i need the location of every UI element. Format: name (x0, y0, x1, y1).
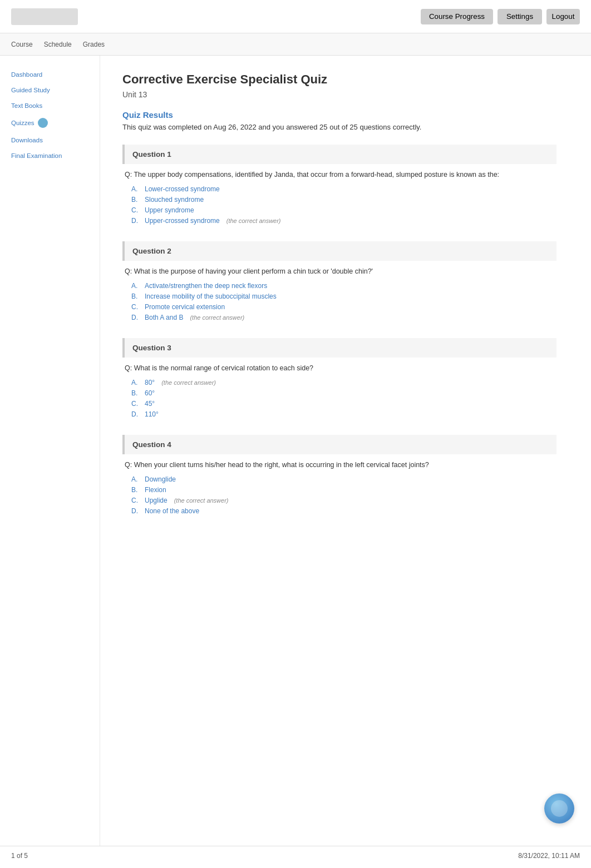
answer-text: Upper syndrome (145, 206, 194, 214)
questions-container: Question 1Q: The upper body compensation… (122, 145, 556, 515)
answer-item-1-4: D.Upper-crossed syndrome(the correct ans… (131, 217, 556, 225)
quiz-title: Corrective Exercise Specialist Quiz (122, 72, 556, 87)
correct-tag: (the correct answer) (226, 217, 281, 224)
answer-text: Downglide (145, 475, 176, 483)
timestamp: 8/31/2022, 10:11 AM (518, 852, 580, 860)
answer-text: None of the above (145, 507, 199, 515)
answer-label: B. (131, 486, 141, 494)
sidebar-item-guided-study[interactable]: Guided Study (0, 82, 100, 98)
sidebar-label-quizzes: Quizzes (11, 120, 35, 126)
answer-item-4-3: C.Upglide(the correct answer) (131, 497, 556, 504)
answer-text: 60° (145, 389, 155, 397)
answer-item-3-1: A.80°(the correct answer) (131, 379, 556, 386)
answer-text: 110° (145, 410, 159, 418)
question-block-2: Question 2Q: What is the purpose of havi… (122, 241, 556, 321)
answer-label: A. (131, 282, 141, 290)
answer-text: Both A and B (145, 314, 183, 321)
question-block-3: Question 3Q: What is the normal range of… (122, 338, 556, 418)
quizzes-dot (38, 118, 48, 128)
answer-label: A. (131, 475, 141, 483)
answer-list-4: A.DownglideB.FlexionC.Upglide(the correc… (122, 475, 556, 515)
sidebar-label-text-books: Text Books (11, 102, 42, 109)
answer-text: Promote cervical extension (145, 303, 225, 311)
answer-item-3-2: B.60° (131, 389, 556, 397)
answer-text: 45° (145, 400, 155, 408)
sidebar-label-downloads: Downloads (11, 137, 43, 143)
answer-item-1-2: B.Slouched syndrome (131, 196, 556, 204)
answer-text: Lower-crossed syndrome (145, 185, 220, 193)
correct-tag: (the correct answer) (190, 314, 244, 321)
answer-item-3-3: C.45° (131, 400, 556, 408)
answer-list-3: A.80°(the correct answer)B.60°C.45°D.110… (122, 379, 556, 418)
settings-button[interactable]: Settings (498, 9, 542, 24)
answer-text: Upglide (145, 497, 168, 504)
answer-text: 80° (145, 379, 155, 386)
correct-tag: (the correct answer) (161, 379, 216, 386)
answer-text: Increase mobility of the suboccipital mu… (145, 292, 277, 300)
question-header-4: Question 4 (122, 435, 556, 454)
logo (11, 8, 78, 25)
answer-label: C. (131, 400, 141, 408)
logout-button[interactable]: Logout (546, 9, 580, 24)
quiz-unit: Unit 13 (122, 90, 556, 99)
sidebar-item-text-books[interactable]: Text Books (0, 98, 100, 113)
subnav-item-schedule[interactable]: Schedule (44, 41, 72, 48)
answer-label: D. (131, 410, 141, 418)
answer-item-2-3: C.Promote cervical extension (131, 303, 556, 311)
page-footer: 1 of 5 8/31/2022, 10:11 AM (0, 846, 591, 865)
top-bar: Course Progress Settings Logout (0, 0, 591, 33)
answer-label: C. (131, 497, 141, 504)
answer-label: C. (131, 303, 141, 311)
question-text-2: Q: What is the purpose of having your cl… (122, 267, 556, 275)
answer-item-2-4: D.Both A and B(the correct answer) (131, 314, 556, 321)
answer-label: B. (131, 292, 141, 300)
answer-item-1-3: C.Upper syndrome (131, 206, 556, 214)
answer-item-3-4: D.110° (131, 410, 556, 418)
sidebar-item-final-examination[interactable]: Final Examination (0, 148, 100, 163)
sidebar-item-downloads[interactable]: Downloads (0, 132, 100, 148)
question-block-4: Question 4Q: When your client turns his/… (122, 435, 556, 515)
answer-item-4-4: D.None of the above (131, 507, 556, 515)
sidebar-item-dashboard[interactable]: Dashboard (0, 67, 100, 82)
sidebar-label-dashboard: Dashboard (11, 71, 42, 78)
question-header-2: Question 2 (122, 241, 556, 261)
correct-tag: (the correct answer) (174, 497, 229, 504)
answer-label: C. (131, 206, 141, 214)
answer-item-4-1: A.Downglide (131, 475, 556, 483)
answer-text: Upper-crossed syndrome (145, 217, 220, 225)
subnav-item-course[interactable]: Course (11, 41, 33, 48)
content-area: Corrective Exercise Specialist Quiz Unit… (100, 56, 579, 846)
answer-item-1-1: A.Lower-crossed syndrome (131, 185, 556, 193)
answer-label: D. (131, 314, 141, 321)
answer-label: D. (131, 217, 141, 225)
sidebar: Dashboard Guided Study Text Books Quizze… (0, 56, 100, 846)
course-progress-button[interactable]: Course Progress (421, 9, 493, 24)
answer-label: B. (131, 389, 141, 397)
quiz-results-heading: Quiz Results (122, 110, 556, 120)
question-text-3: Q: What is the normal range of cervical … (122, 364, 556, 372)
answer-label: A. (131, 379, 141, 386)
sidebar-label-guided-study: Guided Study (11, 87, 50, 93)
answer-item-2-2: B.Increase mobility of the suboccipital … (131, 292, 556, 300)
main-layout: Dashboard Guided Study Text Books Quizze… (0, 56, 591, 846)
answer-label: A. (131, 185, 141, 193)
question-header-3: Question 3 (122, 338, 556, 358)
top-bar-right: Course Progress Settings Logout (421, 9, 580, 24)
question-text-1: Q: The upper body compensations, identif… (122, 171, 556, 178)
floating-avatar[interactable] (544, 793, 574, 824)
sidebar-item-quizzes[interactable]: Quizzes (0, 113, 100, 132)
question-text-4: Q: When your client turns his/her head t… (122, 461, 556, 469)
answer-label: D. (131, 507, 141, 515)
page-info: 1 of 5 (11, 852, 28, 860)
sub-nav: Course Schedule Grades (0, 33, 591, 56)
answer-item-4-2: B.Flexion (131, 486, 556, 494)
answer-item-2-1: A.Activate/strengthen the deep neck flex… (131, 282, 556, 290)
question-header-1: Question 1 (122, 145, 556, 164)
sidebar-label-final-examination: Final Examination (11, 152, 62, 159)
subnav-item-grades[interactable]: Grades (83, 41, 105, 48)
answer-list-2: A.Activate/strengthen the deep neck flex… (122, 282, 556, 321)
answer-text: Activate/strengthen the deep neck flexor… (145, 282, 267, 290)
quiz-results-text: This quiz was completed on Aug 26, 2022 … (122, 123, 556, 131)
answer-label: B. (131, 196, 141, 204)
answer-text: Flexion (145, 486, 166, 494)
